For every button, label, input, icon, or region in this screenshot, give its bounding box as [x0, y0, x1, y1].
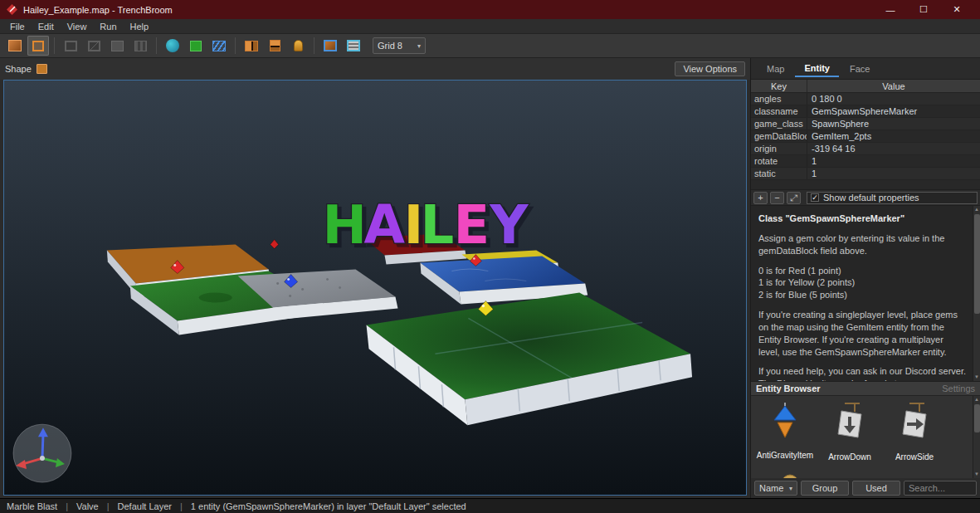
show-default-properties-toggle[interactable]: ✓ Show default properties — [807, 192, 978, 204]
shear-tool-icon — [212, 41, 226, 51]
clip-tool-button[interactable] — [60, 36, 81, 56]
face-tool-button[interactable] — [129, 36, 151, 56]
property-value[interactable]: -319 64 16 — [807, 143, 980, 154]
group-button[interactable]: Group — [801, 481, 849, 496]
entity-item-arrowdown[interactable]: ArrowDown — [817, 399, 882, 478]
close-button[interactable]: ✕ — [940, 0, 973, 19]
table-row[interactable]: classname GemSpawnSphereMarker — [751, 105, 980, 118]
doc-scrollbar-thumb[interactable] — [974, 214, 980, 314]
scroll-down-icon[interactable]: ▼ — [974, 374, 979, 381]
property-key[interactable]: origin — [751, 143, 807, 154]
toolbar-separator — [156, 37, 157, 54]
table-row[interactable]: rotate 1 — [751, 155, 980, 168]
search-input[interactable] — [904, 481, 977, 496]
menu-view[interactable]: View — [61, 22, 94, 32]
maximize-button[interactable]: ☐ — [907, 0, 940, 19]
entity-item-antigravityitem[interactable]: AntiGravityItem — [753, 399, 817, 478]
menu-file[interactable]: File — [3, 22, 32, 32]
sort-by-name-dropdown[interactable]: Name ▾ — [754, 481, 797, 496]
sort-by-name-label: Name — [759, 483, 783, 493]
rotate-tool-button[interactable] — [162, 36, 183, 56]
table-row[interactable]: game_class SpawnSphere — [751, 118, 980, 130]
table-row[interactable]: gemDataBlock GemItem_2pts — [751, 130, 980, 143]
shear-tool-button[interactable] — [208, 36, 230, 56]
status-map-format: Valve — [76, 501, 99, 511]
texture-lock-icon — [324, 40, 337, 51]
tab-entity[interactable]: Entity — [795, 60, 839, 77]
edge-tool-button[interactable] — [106, 36, 128, 56]
table-row[interactable]: angles 0 180 0 — [751, 93, 980, 105]
flip-horizontal-icon — [245, 41, 258, 51]
property-key[interactable]: gemDataBlock — [751, 130, 807, 142]
rotate-tool-icon — [166, 39, 179, 52]
viewport-pane: Shape View Options — [0, 58, 751, 498]
property-value[interactable]: GemItem_2pts — [807, 130, 980, 142]
shape-brush-icon[interactable] — [37, 64, 47, 74]
vertex-tool-button[interactable] — [83, 36, 105, 56]
main-area: Shape View Options — [0, 58, 980, 498]
hailey-letters: H A I L E Y — [323, 194, 529, 256]
3d-viewport[interactable]: H A I L E Y — [3, 80, 747, 496]
tab-face[interactable]: Face — [841, 61, 879, 76]
titlebar[interactable]: Hailey_Example.map - TrenchBroom — ☐ ✕ — [0, 0, 980, 19]
create-brush-tool-icon — [32, 41, 44, 51]
status-separator: | — [107, 501, 110, 511]
uv-lock-icon — [347, 40, 360, 51]
selection-tool-icon — [8, 40, 22, 51]
remove-property-button[interactable]: − — [770, 192, 784, 204]
scroll-down-icon[interactable]: ▼ — [974, 471, 979, 478]
class-doc-paragraph: If you need help, you can ask in our Dis… — [758, 365, 967, 382]
vertex-tool-icon — [88, 41, 100, 51]
scroll-up-icon[interactable]: ▲ — [974, 396, 979, 403]
property-table-filler — [751, 180, 980, 190]
status-separator: | — [180, 501, 183, 511]
scale-tool-button[interactable] — [185, 36, 207, 56]
property-value[interactable]: GemSpawnSphereMarker — [807, 105, 980, 117]
entity-browser-list: AntiGravityItem ArrowDown — [751, 396, 980, 478]
property-value[interactable]: SpawnSphere — [807, 118, 980, 129]
property-key[interactable]: angles — [751, 93, 807, 105]
entity-browser-scrollbar-thumb[interactable] — [974, 404, 980, 432]
grid-size-dropdown[interactable]: Grid 8 ▾ — [373, 37, 426, 54]
compass-gizmo[interactable] — [13, 424, 71, 482]
menu-edit[interactable]: Edit — [32, 22, 61, 32]
letter-a: A — [364, 194, 406, 256]
property-value[interactable]: 1 — [807, 155, 980, 167]
entity-item-arrowside[interactable]: ArrowSide — [882, 399, 947, 478]
move-objects-icon — [294, 40, 303, 51]
doc-scrollbar[interactable]: ▲ ▼ — [973, 206, 980, 381]
view-options-button[interactable]: View Options — [675, 61, 745, 76]
flip-vertical-button[interactable] — [264, 36, 285, 56]
property-value[interactable]: 1 — [807, 168, 980, 179]
selection-tool-button[interactable] — [4, 36, 26, 56]
table-row[interactable]: origin -319 64 16 — [751, 143, 980, 155]
scroll-up-icon[interactable]: ▲ — [974, 206, 979, 213]
property-key[interactable]: rotate — [751, 155, 807, 167]
menu-help[interactable]: Help — [124, 22, 156, 32]
flip-horizontal-button[interactable] — [241, 36, 262, 56]
value-column-header: Value — [807, 80, 980, 92]
add-property-button[interactable]: + — [753, 192, 768, 204]
minimize-button[interactable]: — — [874, 0, 907, 19]
entity-browser-scrollbar[interactable]: ▲ ▼ — [973, 396, 980, 478]
entity-item-label: ArrowDown — [828, 452, 871, 462]
arrow-side-icon — [898, 403, 931, 442]
menu-run[interactable]: Run — [93, 22, 123, 32]
move-objects-button[interactable] — [287, 36, 309, 56]
property-key[interactable]: game_class — [751, 118, 807, 129]
used-button[interactable]: Used — [852, 481, 900, 496]
create-brush-tool-button[interactable] — [27, 36, 49, 56]
property-key[interactable]: classname — [751, 105, 807, 117]
uv-lock-button[interactable] — [343, 36, 364, 56]
table-row[interactable]: static 1 — [751, 168, 980, 180]
tab-map[interactable]: Map — [758, 61, 793, 76]
class-doc-paragraph: If you're creating a singleplayer level,… — [758, 309, 967, 358]
checkbox-checked-icon[interactable]: ✓ — [811, 193, 819, 202]
toolbar-separator — [235, 37, 236, 54]
expand-properties-button[interactable]: ⤢ — [787, 192, 801, 204]
entity-browser-settings-button[interactable]: Settings — [942, 384, 975, 393]
entity-browser-title: Entity Browser — [756, 384, 821, 393]
property-value[interactable]: 0 180 0 — [807, 93, 980, 105]
property-key[interactable]: static — [751, 168, 807, 179]
texture-lock-button[interactable] — [319, 36, 341, 56]
